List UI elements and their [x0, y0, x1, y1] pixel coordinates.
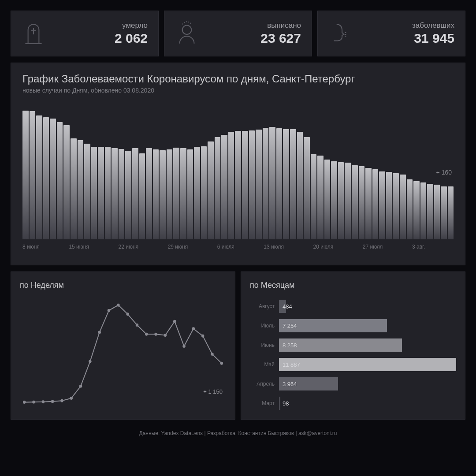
- bar: [400, 175, 406, 239]
- svg-point-21: [211, 353, 214, 356]
- category-label: Август: [250, 303, 279, 309]
- card-value: 2 062: [115, 31, 148, 46]
- bar: [105, 147, 111, 239]
- svg-point-14: [145, 333, 148, 336]
- monthly-bar-chart: Август484Июль7 254Июнь8 258Май11 887Апре…: [250, 295, 456, 411]
- bar: [345, 163, 351, 239]
- last-value-annotation: + 1 150: [203, 388, 223, 395]
- bar: [187, 149, 193, 239]
- bar: [194, 147, 200, 239]
- bar: [352, 165, 358, 239]
- bar: [304, 137, 310, 240]
- monthly-chart-panel: по Месяцам Август484Июль7 254Июнь8 258Ма…: [241, 271, 465, 420]
- bar: [324, 160, 331, 240]
- bar: [407, 179, 413, 240]
- bar: [279, 338, 402, 352]
- bar: [441, 186, 447, 239]
- svg-point-1: [23, 401, 26, 404]
- table-row: Июль7 254: [250, 318, 456, 333]
- svg-point-6: [70, 397, 73, 400]
- bar: [84, 144, 90, 240]
- bar: [160, 150, 166, 240]
- bar: [36, 115, 42, 239]
- card-infected: заболевших 31 945: [317, 11, 465, 56]
- svg-point-4: [51, 400, 54, 403]
- bar-value: 11 887: [283, 358, 300, 371]
- table-row: Август484: [250, 299, 456, 314]
- svg-point-17: [173, 320, 176, 323]
- person-icon: [172, 19, 201, 48]
- bar: [269, 127, 275, 239]
- svg-point-20: [201, 335, 205, 338]
- stat-cards: умерло 2 062 выписано 23 627 заболевших …: [11, 11, 465, 56]
- bar: [71, 138, 77, 239]
- bar: [112, 148, 118, 239]
- x-axis: 8 июня15 июня22 июня29 июня6 июля13 июля…: [22, 244, 454, 250]
- svg-point-16: [164, 334, 167, 337]
- daily-chart-panel: График Заболеваемости Коронавирусом по д…: [11, 63, 465, 265]
- bar: [221, 135, 227, 239]
- bar: [242, 131, 248, 239]
- svg-point-19: [192, 327, 195, 330]
- svg-point-10: [108, 309, 111, 312]
- bar: [434, 185, 440, 239]
- bar: [331, 161, 337, 239]
- category-label: Июнь: [250, 342, 279, 348]
- bar: [386, 172, 392, 239]
- svg-point-8: [89, 360, 92, 363]
- svg-point-18: [182, 345, 186, 348]
- svg-point-5: [60, 399, 63, 402]
- chart-title: по Неделям: [20, 281, 226, 290]
- category-label: Апрель: [250, 381, 279, 387]
- bar: [63, 125, 70, 239]
- bar: [279, 397, 280, 410]
- bar: [153, 149, 159, 239]
- bar: [180, 148, 186, 239]
- bar: [420, 182, 427, 239]
- card-value: 23 627: [260, 31, 301, 46]
- table-row: Март98: [250, 396, 456, 411]
- category-label: Май: [250, 361, 279, 368]
- bar: [338, 162, 344, 240]
- svg-point-13: [136, 324, 139, 327]
- weekly-line-chart: + 1 150: [20, 295, 226, 410]
- svg-point-7: [79, 385, 82, 388]
- bar-value: 98: [283, 397, 289, 410]
- daily-bar-chart: + 160: [22, 107, 454, 239]
- bar: [201, 146, 207, 240]
- bar: [146, 148, 152, 239]
- table-row: Апрель3 964: [250, 376, 456, 391]
- grave-icon: [19, 19, 48, 48]
- bar: [22, 111, 29, 240]
- bar: [78, 140, 84, 239]
- category-label: Март: [250, 400, 279, 406]
- bar: [119, 149, 125, 240]
- bar: [208, 141, 214, 239]
- svg-point-12: [126, 312, 129, 316]
- svg-point-0: [182, 25, 192, 34]
- card-label: умерло: [115, 21, 148, 30]
- bar: [167, 149, 173, 239]
- bar: [290, 129, 296, 240]
- bar: [427, 184, 433, 239]
- svg-point-3: [42, 400, 45, 403]
- card-deaths: умерло 2 062: [11, 11, 159, 56]
- bar: [228, 132, 234, 240]
- cough-icon: [326, 19, 355, 48]
- bar: [256, 130, 262, 239]
- chart-subtitle: новые случаи по Дням, обновлено 03.08.20…: [22, 87, 454, 94]
- bar: [215, 137, 221, 240]
- card-recovered: выписано 23 627: [164, 11, 312, 56]
- bar: [249, 130, 255, 240]
- bar-value: 7 254: [283, 319, 297, 332]
- bar-value: 484: [283, 300, 292, 313]
- bar: [43, 117, 49, 240]
- svg-point-2: [32, 401, 35, 404]
- bar: [132, 148, 138, 239]
- bar: [393, 173, 399, 239]
- svg-point-22: [220, 362, 223, 365]
- bar: [276, 128, 283, 239]
- bar: [263, 128, 269, 240]
- bar: [139, 153, 145, 239]
- bar: [311, 154, 317, 240]
